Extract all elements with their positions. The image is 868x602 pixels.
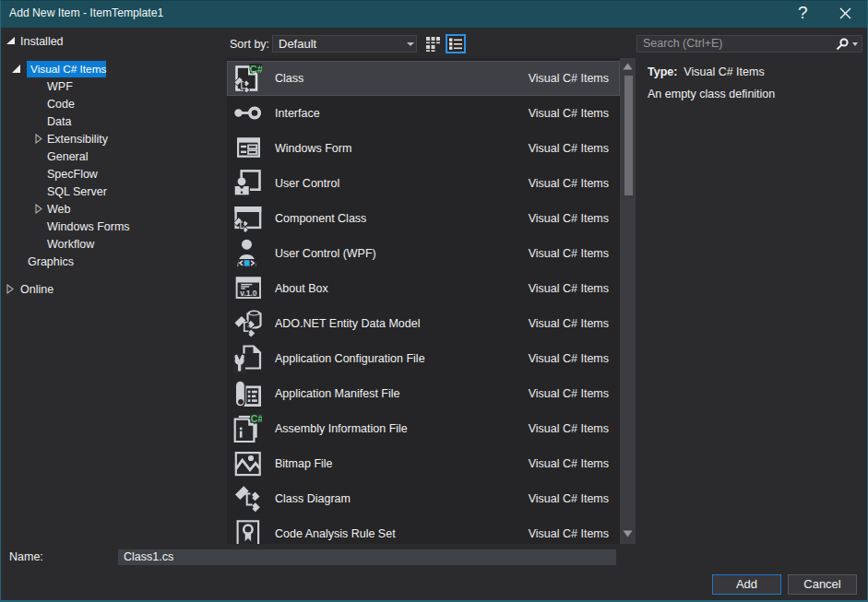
svg-text:C#: C#	[250, 64, 263, 75]
svg-text:v.1.0: v.1.0	[240, 289, 257, 298]
svg-text:C#: C#	[251, 414, 262, 424]
